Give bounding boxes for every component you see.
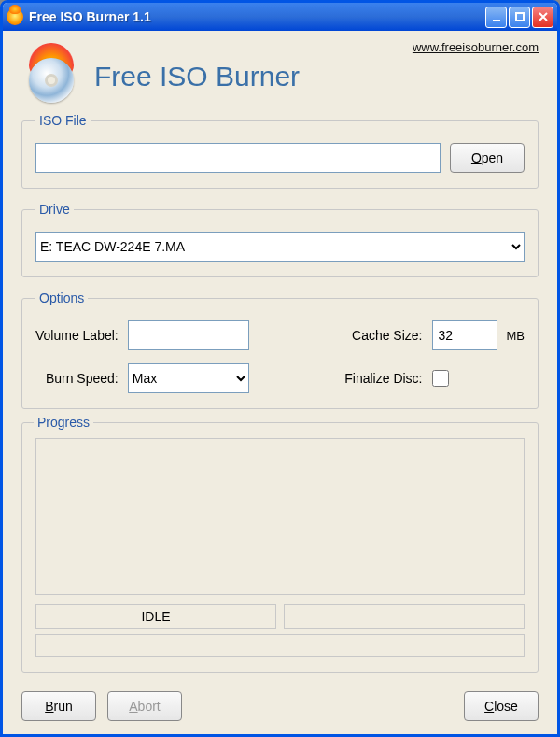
drive-group: Drive E: TEAC DW-224E 7.MA <box>21 202 539 277</box>
status-secondary <box>284 604 525 629</box>
minimize-button[interactable] <box>485 7 507 28</box>
app-icon <box>7 8 23 25</box>
svg-rect-1 <box>516 13 524 21</box>
application-window: Free ISO Burner 1.1 Free ISO Burner www.… <box>0 0 560 737</box>
close-window-button[interactable] <box>532 7 553 28</box>
drive-legend: Drive <box>35 202 74 217</box>
iso-file-group: ISO File Open <box>21 113 539 189</box>
abort-button[interactable]: Abort <box>107 691 182 721</box>
progress-group: Progress IDLE <box>21 422 539 673</box>
cache-size-input[interactable] <box>432 320 497 350</box>
options-group: Options Volume Label: Cache Size: MB Bur… <box>21 291 539 409</box>
app-title: Free ISO Burner <box>94 61 300 92</box>
burn-button[interactable]: Brun <box>21 691 96 721</box>
progress-log <box>35 438 525 595</box>
iso-file-legend: ISO File <box>35 113 91 128</box>
branding-header: Free ISO Burner www.freeisoburner.com <box>21 40 539 113</box>
options-legend: Options <box>35 291 88 305</box>
client-area: Free ISO Burner www.freeisoburner.com IS… <box>3 31 557 734</box>
status-text: IDLE <box>35 604 276 629</box>
close-button[interactable]: Close <box>464 691 539 721</box>
titlebar[interactable]: Free ISO Burner 1.1 <box>3 3 557 31</box>
iso-path-input[interactable] <box>35 143 441 173</box>
close-icon <box>538 11 549 22</box>
window-title: Free ISO Burner 1.1 <box>29 9 483 24</box>
burn-speed-text: Burn Speed: <box>35 371 119 386</box>
brand-disc-flame-icon <box>21 47 81 106</box>
drive-select[interactable]: E: TEAC DW-224E 7.MA <box>35 232 525 262</box>
progress-bar <box>35 634 525 657</box>
footer-buttons: Brun Abort Close <box>21 689 539 721</box>
open-button[interactable]: Open <box>450 143 525 173</box>
burn-speed-select[interactable]: Max <box>128 363 249 393</box>
cache-size-text: Cache Size: <box>344 328 422 343</box>
website-link[interactable]: www.freeisoburner.com <box>413 40 539 54</box>
volume-label-text: Volume Label: <box>35 328 119 343</box>
maximize-button[interactable] <box>509 7 530 28</box>
finalize-disc-checkbox[interactable] <box>432 370 449 387</box>
maximize-icon <box>514 11 525 22</box>
cache-size-unit: MB <box>507 329 525 343</box>
svg-rect-0 <box>493 20 500 21</box>
finalize-disc-text: Finalize Disc: <box>344 371 422 386</box>
volume-label-input[interactable] <box>128 320 249 350</box>
minimize-icon <box>491 11 502 22</box>
progress-legend: Progress <box>34 415 93 430</box>
